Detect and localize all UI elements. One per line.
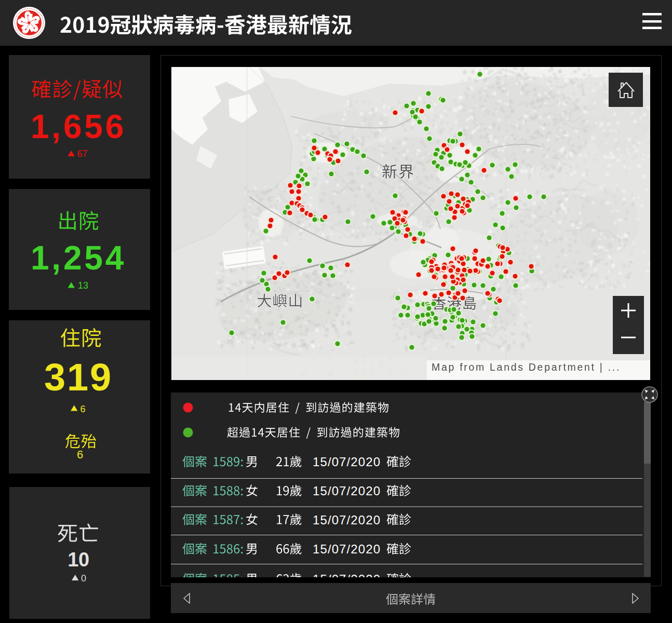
svg-text:0: 0 bbox=[81, 573, 86, 584]
svg-text:15/07/2020: 15/07/2020 bbox=[313, 513, 381, 527]
svg-text:15/07/2020: 15/07/2020 bbox=[313, 455, 381, 469]
svg-text:Map from Lands Department | ..: Map from Lands Department | ... bbox=[432, 361, 621, 373]
svg-text:319: 319 bbox=[44, 356, 113, 399]
svg-text:6: 6 bbox=[80, 404, 86, 414]
svg-text:1,254: 1,254 bbox=[31, 239, 126, 277]
svg-text:67: 67 bbox=[77, 148, 88, 159]
svg-text:15/07/2020: 15/07/2020 bbox=[313, 484, 381, 498]
svg-text:13: 13 bbox=[78, 280, 88, 291]
svg-text:15/07/2020: 15/07/2020 bbox=[313, 542, 381, 556]
svg-text:1,656: 1,656 bbox=[31, 108, 126, 145]
svg-text:10: 10 bbox=[68, 549, 89, 571]
svg-text:6: 6 bbox=[77, 448, 83, 461]
